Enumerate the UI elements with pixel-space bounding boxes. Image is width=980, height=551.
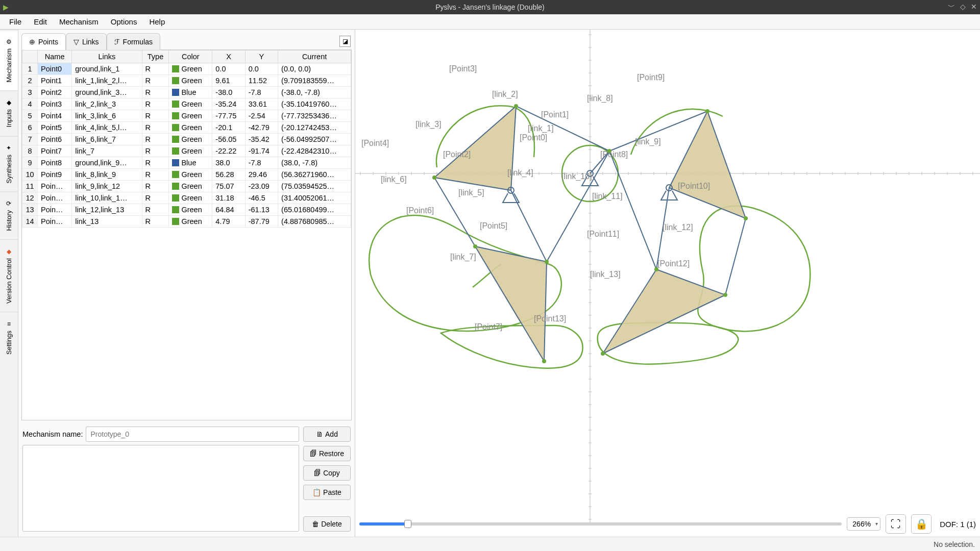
canvas-label: [link_3] (415, 120, 442, 129)
minimize-icon[interactable]: ﹀ (948, 3, 955, 12)
zoom-select[interactable]: 266% (847, 517, 880, 531)
col-links[interactable]: Links (72, 51, 142, 63)
table-row[interactable]: 14Poin…link_13RGreen4.79-87.79(4.8876809… (22, 216, 351, 228)
formulas-icon: ℱ (114, 38, 120, 46)
settings-icon: ≡ (7, 320, 11, 328)
copy-button[interactable]: 🗐Copy (303, 465, 351, 481)
delete-button[interactable]: 🗑Delete (303, 516, 351, 532)
canvas-label: [Point1] (541, 110, 569, 119)
history-icon: ⟳ (7, 200, 12, 207)
restore-icon: 🗐 (310, 449, 317, 458)
svg-line-98 (547, 151, 609, 262)
table-row[interactable]: 11Poin…link_9,link_12RGreen75.07-23.09(7… (22, 181, 351, 192)
canvas-label: [Point3] (449, 64, 477, 73)
table-row[interactable]: 13Poin…link_12,link_13RGreen64.84-61.13(… (22, 204, 351, 216)
col-x[interactable]: X (212, 51, 245, 63)
synthesis-icon: ✦ (7, 144, 12, 152)
links-icon: ▽ (74, 38, 79, 46)
canvas-label: [Point11] (587, 230, 619, 238)
paste-icon: 📋 (312, 488, 321, 496)
table-row[interactable]: 12Poin…link_10,link_1…RGreen31.18-46.5(3… (22, 192, 351, 204)
side-tab-version-control[interactable]: Version Control◆ (0, 239, 18, 312)
close-icon[interactable]: ✕ (971, 3, 977, 12)
table-row[interactable]: 2Point1link_1,link_2,l…RGreen9.6111.52(9… (22, 75, 351, 87)
col-color[interactable]: Color (169, 51, 212, 63)
canvas-label: [Point5] (480, 221, 507, 230)
mechanism-name-input[interactable] (86, 427, 299, 442)
lock-icon: 🔒 (915, 518, 928, 530)
menu-options[interactable]: Options (106, 15, 142, 28)
svg-marker-92 (475, 246, 547, 361)
tab-formulas[interactable]: ℱFormulas (107, 33, 160, 50)
copy-icon: 🗐 (314, 469, 321, 477)
canvas-label: [link_7] (450, 253, 476, 262)
fit-view-button[interactable]: ⛶ (886, 514, 906, 534)
side-tab-settings[interactable]: Settings≡ (0, 312, 18, 363)
expand-icon: ⛶ (891, 518, 901, 530)
canvas-label: [Point2] (443, 150, 471, 159)
menu-edit[interactable]: Edit (29, 15, 52, 28)
table-row[interactable]: 5Point4link_3,link_6RGreen-77.75-2.54(-7… (22, 110, 351, 122)
side-tab-mechanism[interactable]: Mechanism⚙ (0, 30, 18, 90)
col-y[interactable]: Y (245, 51, 278, 63)
table-row[interactable]: 8Point7link_7RGreen-22.22-91.74(-22.4284… (22, 145, 351, 157)
svg-line-101 (609, 151, 656, 269)
canvas-label: [link_8] (587, 94, 613, 103)
dof-value: 1 (1) (960, 520, 976, 529)
svg-point-111 (473, 244, 477, 248)
svg-line-103 (725, 218, 746, 295)
svg-point-108 (514, 104, 518, 108)
svg-point-114 (744, 216, 748, 220)
tab-links[interactable]: ▽Links (66, 33, 107, 50)
canvas-label: [Point0] (520, 133, 547, 142)
menu-help[interactable]: Help (144, 15, 170, 28)
table-row[interactable]: 6Point5link_4,link_5,l…RGreen-20.1-42.79… (22, 122, 351, 134)
mechanism-name-label: Mechanism name: (22, 430, 83, 438)
points-table[interactable]: Name Links Type Color X Y Current 1Point… (22, 50, 351, 228)
col-type[interactable]: Type (142, 51, 169, 63)
window-title: Pyslvs - Jansen's linkage (Double) (435, 3, 545, 11)
menu-file[interactable]: File (4, 15, 27, 28)
table-row[interactable]: 4Point3link_2,link_3RGreen-35.2433.61(-3… (22, 98, 351, 110)
points-icon: ⊕ (29, 38, 35, 46)
description-box[interactable] (22, 445, 299, 532)
inputs-icon: ◆ (7, 99, 11, 106)
menu-mechanism[interactable]: Mechanism (54, 15, 104, 28)
svg-point-115 (654, 267, 658, 271)
restore-button[interactable]: 🗐Restore (303, 446, 351, 461)
table-row[interactable]: 3Point2ground,link_3…RBlue-38.0-7.8(-38.… (22, 87, 351, 98)
app-icon: ▶ (3, 3, 9, 11)
side-tab-synthesis[interactable]: Synthesis✦ (0, 136, 18, 191)
table-row[interactable]: 1Point0ground,link_1RGreen0.00.0(0.0, 0.… (22, 63, 351, 75)
table-row[interactable]: 10Point9link_8,link_9RGreen56.2829.46(56… (22, 169, 351, 181)
side-tab-strip: Mechanism⚙ Inputs◆ Synthesis✦ History⟳ V… (0, 30, 18, 537)
animation-slider[interactable] (359, 522, 842, 525)
canvas-label: [Point8] (600, 150, 628, 159)
maximize-icon[interactable]: ◇ (960, 3, 966, 12)
canvas-label: [link_11] (592, 192, 623, 201)
mechanism-canvas[interactable]: [Point0][Point1][Point2][Point3][Point4]… (355, 30, 980, 537)
canvas-label: [link_10] (561, 172, 592, 181)
table-row[interactable]: 7Point6link_6,link_7RGreen-56.05-35.42(-… (22, 134, 351, 145)
lock-button[interactable]: 🔒 (911, 514, 932, 534)
splitter[interactable] (21, 420, 352, 424)
svg-marker-91 (434, 106, 516, 190)
side-tab-inputs[interactable]: Inputs◆ (0, 90, 18, 135)
svg-marker-93 (669, 111, 746, 218)
canvas-label: [link_2] (492, 90, 518, 99)
expand-button[interactable]: ◪ (339, 36, 351, 47)
paste-button[interactable]: 📋Paste (303, 485, 351, 500)
col-current[interactable]: Current (278, 51, 351, 63)
left-panel: ⊕Points ▽Links ℱFormulas ◪ Name Links Ty… (18, 30, 355, 537)
table-row[interactable]: 9Point8ground,link_9…RBlue38.0-7.8(38.0,… (22, 157, 351, 169)
side-tab-history[interactable]: History⟳ (0, 191, 18, 239)
svg-point-110 (545, 260, 549, 264)
canvas-label: [Point10] (678, 182, 710, 190)
menu-bar: File Edit Mechanism Options Help (0, 14, 980, 30)
canvas-label: [link_5] (458, 188, 484, 197)
col-name[interactable]: Name (38, 51, 72, 63)
tab-points[interactable]: ⊕Points (21, 33, 66, 50)
canvas-label: [link_12] (663, 223, 693, 232)
add-button[interactable]: 🗎Add (303, 427, 351, 442)
dof-label: DOF: (940, 520, 958, 529)
